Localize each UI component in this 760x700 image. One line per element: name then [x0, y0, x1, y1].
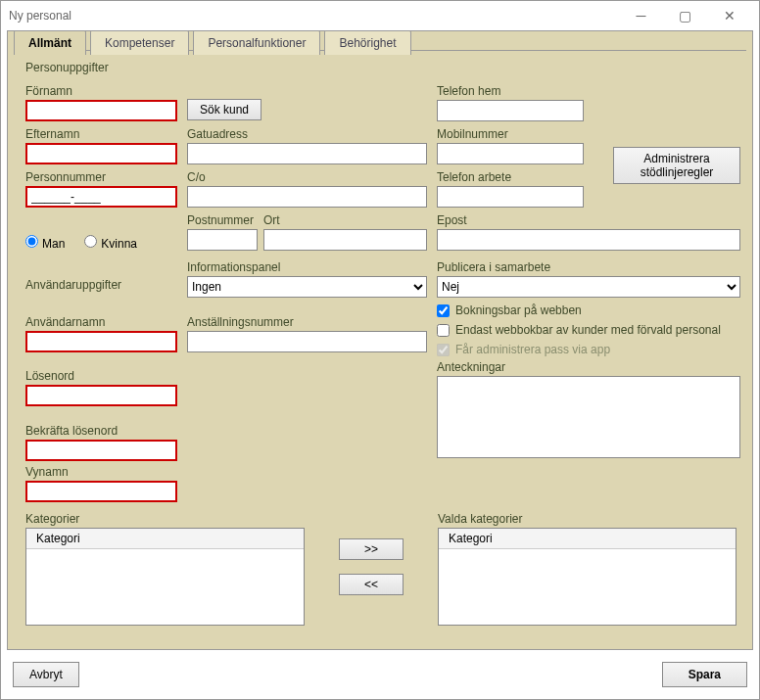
losenord-input[interactable] [25, 385, 177, 406]
label-telefon-hem: Telefon hem [437, 84, 603, 98]
maximize-button[interactable]: ▢ [663, 1, 707, 30]
anstnr-input[interactable] [187, 331, 427, 352]
label-efternamn: Efternamn [25, 127, 177, 141]
label-losenord: Lösenord [25, 369, 177, 383]
form-area: Personuppgifter Förnamn Sök kund Telefon… [8, 51, 752, 649]
footer: Avbryt Spara [1, 650, 759, 699]
publicera-select[interactable]: Nej [437, 276, 740, 298]
epost-input[interactable] [437, 229, 740, 251]
window-title: Ny personal [9, 9, 619, 23]
co-input[interactable] [187, 186, 427, 208]
checkbox-bokningsbar-label: Bokningsbar på webben [455, 303, 582, 317]
checkbox-far-admin-label: Får administrera pass via app [455, 343, 610, 356]
label-ort: Ort [263, 213, 427, 227]
anvandarnamn-input[interactable] [25, 331, 177, 352]
bekrafta-input[interactable] [25, 440, 177, 461]
content-panel: Allmänt Kompetenser Personalfunktioner B… [7, 30, 753, 650]
window: Ny personal ─ ▢ ✕ Allmänt Kompetenser Pe… [0, 0, 760, 700]
minimize-button[interactable]: ─ [619, 1, 663, 30]
move-right-button[interactable]: >> [339, 538, 404, 560]
label-publicera: Publicera i samarbete [437, 260, 740, 274]
gender-group: Man Kvinna [25, 235, 177, 251]
label-fornamn: Förnamn [25, 84, 177, 98]
move-buttons: >> << [312, 508, 430, 626]
checkbox-far-admin [437, 344, 450, 356]
anteckningar-textarea[interactable] [437, 376, 740, 458]
close-button[interactable]: ✕ [707, 1, 751, 30]
kategorier-header: Kategori [26, 529, 304, 549]
tab-allmant[interactable]: Allmänt [14, 30, 86, 55]
section-personuppgifter: Personuppgifter [25, 61, 735, 74]
admin-stodlinje-button[interactable]: Administrera stödlinjeregler [613, 147, 740, 185]
telefon-hem-input[interactable] [437, 100, 584, 121]
valda-kategorier-header: Kategori [439, 529, 736, 549]
mobilnummer-input[interactable] [437, 143, 584, 164]
label-mobilnummer: Mobilnummer [437, 127, 603, 141]
vynamn-input[interactable] [25, 481, 177, 502]
infopanel-select[interactable]: Ingen [187, 276, 427, 298]
checkbox-bokningsbar-row[interactable]: Bokningsbar på webben [437, 303, 740, 317]
label-co: C/o [187, 170, 427, 184]
checkbox-bokningsbar[interactable] [437, 304, 450, 317]
checkbox-far-admin-row: Får administrera pass via app [437, 343, 740, 356]
label-bekrafta: Bekräfta lösenord [25, 424, 177, 438]
radio-man[interactable] [25, 235, 38, 248]
personnummer-input[interactable] [25, 186, 177, 208]
checkbox-endast-row[interactable]: Endast webbokbar av kunder med förvald p… [437, 323, 740, 337]
radio-man-label[interactable]: Man [25, 235, 65, 251]
section-anvandaruppgifter: Användaruppgifter [25, 278, 177, 292]
efternamn-input[interactable] [25, 143, 177, 164]
spara-button[interactable]: Spara [662, 662, 747, 687]
label-kategorier: Kategorier [25, 512, 305, 526]
label-epost: Epost [437, 213, 740, 227]
fornamn-input[interactable] [25, 100, 177, 121]
label-valda-kategorier: Valda kategorier [438, 512, 736, 526]
kategorier-listbox[interactable]: Kategori [25, 528, 305, 626]
radio-kvinna-label[interactable]: Kvinna [84, 235, 137, 251]
label-personnummer: Personnummer [25, 170, 177, 184]
label-anstnr: Anställningsnummer [187, 315, 427, 329]
radio-kvinna[interactable] [84, 235, 97, 248]
admin-stodlinje-label: Administrera stödlinjeregler [641, 152, 714, 179]
label-anteckningar: Anteckningar [437, 360, 740, 374]
ort-input[interactable] [263, 229, 427, 251]
valda-kategorier-listbox[interactable]: Kategori [438, 528, 736, 626]
avbryt-button[interactable]: Avbryt [13, 662, 79, 687]
label-infopanel: Informationspanel [187, 260, 427, 274]
label-gatuadress: Gatuadress [187, 127, 427, 141]
checkbox-endast-label: Endast webbokbar av kunder med förvald p… [455, 323, 721, 337]
label-postnummer: Postnummer [187, 213, 258, 227]
move-left-button[interactable]: << [339, 574, 404, 595]
checkbox-endast[interactable] [437, 324, 450, 337]
postnummer-input[interactable] [187, 229, 258, 251]
label-anvandarnamn: Användarnamn [25, 315, 177, 329]
gatuadress-input[interactable] [187, 143, 427, 164]
sok-kund-button[interactable]: Sök kund [187, 99, 261, 120]
label-vynamn: Vynamn [25, 465, 177, 479]
telefon-arbete-input[interactable] [437, 186, 584, 208]
label-telefon-arbete: Telefon arbete [437, 170, 603, 184]
titlebar: Ny personal ─ ▢ ✕ [1, 1, 759, 30]
